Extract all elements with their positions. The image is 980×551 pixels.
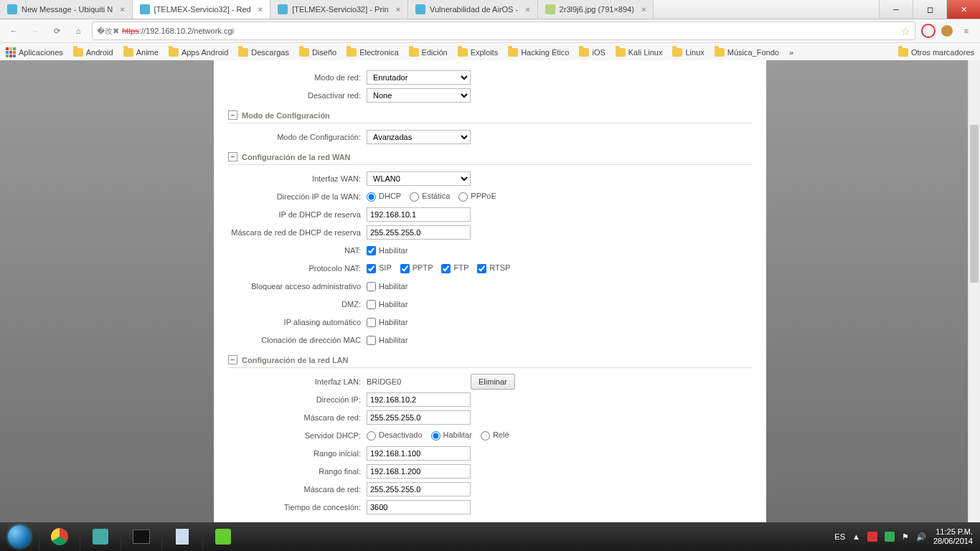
folder-icon [579, 48, 589, 57]
input-dhcp-fallback-mask[interactable] [367, 225, 471, 240]
checkbox-dmz[interactable] [367, 300, 376, 309]
window-close-button[interactable]: ✕ [946, 0, 980, 19]
tab-close-icon[interactable]: × [258, 5, 263, 14]
input-dhcp-mask[interactable] [367, 482, 471, 496]
radio-dhcp-habilitar[interactable] [431, 431, 440, 441]
bookmark-folder[interactable]: Diseño [299, 48, 336, 57]
tab-close-icon[interactable]: × [120, 5, 124, 14]
input-lan-ip[interactable] [367, 392, 471, 407]
label-desactivar-red: Desactivar red: [228, 91, 361, 100]
tab-close-icon[interactable]: × [396, 5, 400, 14]
bookmark-folder[interactable]: Descargas [238, 48, 289, 57]
bookmark-folder[interactable]: Apps Android [169, 48, 228, 57]
tab-close-icon[interactable]: × [525, 5, 529, 14]
home-button[interactable]: ⌂ [70, 23, 86, 39]
bookmarks-overflow[interactable]: » [789, 48, 793, 57]
radio-dhcp-relé[interactable] [481, 431, 490, 441]
bookmark-folder[interactable]: Kali Linux [616, 48, 663, 57]
browser-tab[interactable]: [TELMEX-Servicio32] - Prin× [270, 0, 408, 19]
checkbox-nat[interactable] [367, 246, 376, 255]
input-range-start[interactable] [367, 446, 471, 461]
checkbox-block-admin[interactable] [367, 282, 376, 291]
section-title-lan: Configuración de la red LAN [242, 356, 349, 364]
checkbox-proto-sip[interactable] [367, 264, 376, 273]
taskbar-app[interactable] [202, 523, 243, 550]
button-eliminar[interactable]: Eliminar [471, 374, 515, 390]
radio-wan-pppoe[interactable] [458, 192, 468, 202]
back-button[interactable]: ← [6, 23, 22, 39]
address-bar[interactable]: �改✖ https ://192.168.10.2/network.cgi ☆ [92, 22, 915, 40]
select-wan-interface[interactable]: WLAN0 [367, 171, 471, 186]
reload-button[interactable]: ⟳ [49, 23, 65, 39]
checkbox-proto-pptp[interactable] [400, 264, 410, 273]
bookmark-folder[interactable]: Exploits [458, 48, 499, 57]
checkbox-proto-rtsp[interactable] [477, 264, 486, 273]
bookmark-folder[interactable]: Electronica [347, 48, 398, 57]
bookmark-folder[interactable]: Linux [672, 48, 704, 57]
taskbar-chrome[interactable] [39, 523, 80, 550]
bookmark-folder[interactable]: Edición [409, 48, 448, 57]
extension-icon-1[interactable] [921, 24, 936, 38]
bookmark-folder[interactable]: iOS [579, 48, 605, 57]
tray-icon[interactable] [885, 532, 895, 542]
bookmark-folder[interactable]: Android [73, 48, 113, 57]
select-modo-red[interactable]: Enrutador [367, 70, 471, 85]
forward-button[interactable]: → [27, 23, 43, 39]
select-modo-cfg[interactable]: Avanzadas [367, 130, 471, 144]
tray-icon[interactable] [867, 532, 877, 542]
bookmark-folder[interactable]: Anime [123, 48, 159, 57]
folder-icon [347, 48, 357, 57]
url-scheme: https [122, 27, 139, 35]
favicon-icon [140, 4, 150, 14]
tray-volume-icon[interactable]: 🔊 [916, 532, 926, 542]
input-lan-mask[interactable] [367, 410, 471, 425]
bookmark-folder[interactable]: Hacking Ético [508, 48, 569, 57]
taskbar-cmd[interactable] [121, 523, 161, 550]
browser-tab[interactable]: [TELMEX-Servicio32] - Red× [133, 0, 271, 19]
radio-dhcp-desactivado[interactable] [367, 431, 376, 441]
tray-clock[interactable]: 11:25 P.M. 28/06/2014 [933, 527, 973, 546]
folder-icon [616, 48, 626, 57]
radio-wan-dhcp[interactable] [367, 192, 376, 202]
section-title-wan: Configuración de la red WAN [242, 153, 351, 161]
folder-icon [73, 48, 83, 57]
start-button[interactable] [0, 522, 39, 551]
page-scrollbar[interactable] [968, 60, 980, 522]
window-minimize-button[interactable]: ─ [879, 0, 913, 19]
bookmark-folder[interactable]: Música_Fondo [715, 48, 779, 57]
favicon-icon [415, 4, 425, 14]
input-range-end[interactable] [367, 464, 471, 479]
radio-wan-estática[interactable] [410, 192, 419, 202]
favicon-icon [545, 4, 555, 14]
tray-lang[interactable]: ES [834, 532, 845, 541]
checkbox-ip-alias[interactable] [367, 318, 376, 327]
select-desactivar-red[interactable]: None [367, 88, 471, 103]
bookmark-star-icon[interactable]: ☆ [900, 24, 910, 38]
browser-tabstrip: New Message - Ubiquiti N×[TELMEX-Servici… [0, 0, 980, 19]
tray-flag-icon[interactable]: ⚑ [902, 532, 909, 542]
extension-icon-2[interactable] [941, 25, 953, 37]
tray-chevron-icon[interactable]: ▲ [852, 532, 860, 541]
browser-tab[interactable]: New Message - Ubiquiti N× [0, 0, 133, 19]
input-lease-time[interactable] [367, 500, 471, 514]
checkbox-mac-clone[interactable] [367, 336, 376, 345]
browser-tab[interactable]: 2r3l9j6.jpg (791×894)× [538, 0, 654, 19]
collapse-icon[interactable]: − [228, 110, 237, 120]
checkbox-proto-ftp[interactable] [441, 264, 451, 273]
browser-tab[interactable]: Vulnerabilidad de AirOS -× [408, 0, 538, 19]
input-dhcp-fallback-ip[interactable] [367, 207, 471, 222]
favicon-icon [7, 4, 17, 14]
apps-button[interactable]: Aplicaciones [6, 47, 63, 57]
window-maximize-button[interactable]: ◻ [913, 0, 946, 19]
folder-icon [409, 48, 419, 57]
label-modo-cfg: Modo de Configuración: [228, 133, 361, 141]
collapse-icon[interactable]: − [228, 355, 237, 364]
tab-close-icon[interactable]: × [641, 5, 646, 14]
windows-taskbar: ES ▲ ⚑ 🔊 11:25 P.M. 28/06/2014 [0, 522, 980, 551]
other-bookmarks[interactable]: Otros marcadores [898, 48, 974, 57]
taskbar-notepad[interactable] [161, 523, 202, 550]
menu-button[interactable]: ≡ [958, 23, 974, 39]
page-content: Modo de red: Enrutador Desactivar red: N… [214, 60, 766, 522]
taskbar-paint[interactable] [80, 523, 121, 550]
collapse-icon[interactable]: − [228, 152, 237, 161]
